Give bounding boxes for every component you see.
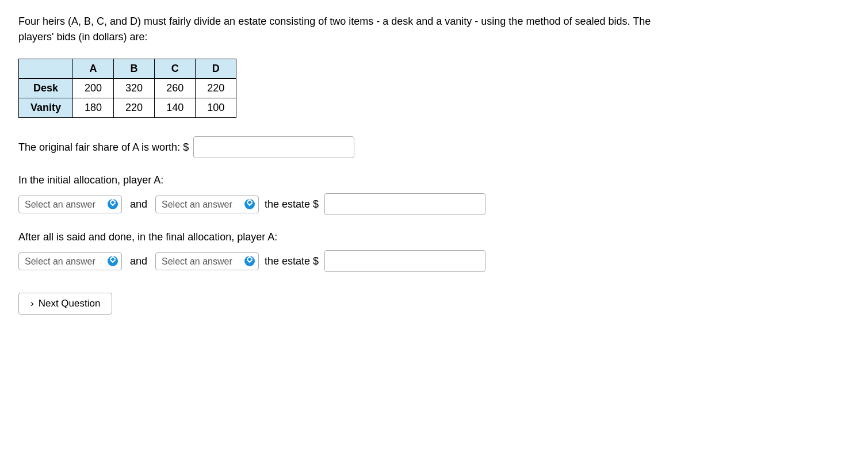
final-estate-input[interactable] — [324, 250, 485, 272]
next-question-button[interactable]: › Next Question — [18, 293, 112, 315]
initial-allocation-label: In the initial allocation, player A: — [18, 174, 850, 186]
intro-text: Four heirs (A, B, C, and D) must fairly … — [18, 14, 651, 45]
table-cell-desk-a: 200 — [73, 79, 114, 98]
table-header-b: B — [114, 59, 155, 79]
final-and-text: and — [130, 255, 147, 267]
table-header-c: C — [155, 59, 196, 79]
final-allocation-section: After all is said and done, in the final… — [18, 231, 850, 272]
table-cell-desk-d: 220 — [196, 79, 236, 98]
table-cell-vanity-b: 220 — [114, 98, 155, 118]
chevron-right-icon: › — [30, 298, 34, 309]
table-cell-vanity-c: 140 — [155, 98, 196, 118]
table-cell-vanity-d: 100 — [196, 98, 236, 118]
initial-allocation-section: In the initial allocation, player A: Sel… — [18, 174, 850, 215]
table-header-a: A — [73, 59, 114, 79]
table-cell-vanity-label: Vanity — [19, 98, 73, 118]
table-header-empty — [19, 59, 73, 79]
table-row: Vanity 180 220 140 100 — [19, 98, 236, 118]
initial-select1[interactable]: Select an answer — [18, 196, 122, 213]
initial-estate-label: the estate $ — [265, 198, 319, 210]
table-cell-desk-label: Desk — [19, 79, 73, 98]
fair-share-section: The original fair share of A is worth: $ — [18, 136, 850, 158]
final-allocation-label: After all is said and done, in the final… — [18, 231, 850, 243]
initial-select2-wrapper: Select an answer — [155, 196, 259, 213]
table-row: Desk 200 320 260 220 — [19, 79, 236, 98]
initial-select2[interactable]: Select an answer — [155, 196, 259, 213]
initial-select1-wrapper: Select an answer — [18, 196, 122, 213]
fair-share-input[interactable] — [193, 136, 354, 158]
final-select1-wrapper: Select an answer — [18, 252, 122, 270]
bids-table: A B C D Desk 200 320 260 220 Vanity 180 … — [18, 59, 236, 118]
next-button-label: Next Question — [39, 298, 101, 309]
final-select2-wrapper: Select an answer — [155, 252, 259, 270]
fair-share-label: The original fair share of A is worth: $ — [18, 141, 189, 154]
table-cell-desk-b: 320 — [114, 79, 155, 98]
final-select2[interactable]: Select an answer — [155, 252, 259, 270]
table-header-d: D — [196, 59, 236, 79]
initial-estate-input[interactable] — [324, 193, 485, 215]
final-select1[interactable]: Select an answer — [18, 252, 122, 270]
table-cell-vanity-a: 180 — [73, 98, 114, 118]
initial-and-text: and — [130, 198, 147, 210]
final-estate-label: the estate $ — [265, 255, 319, 267]
table-cell-desk-c: 260 — [155, 79, 196, 98]
